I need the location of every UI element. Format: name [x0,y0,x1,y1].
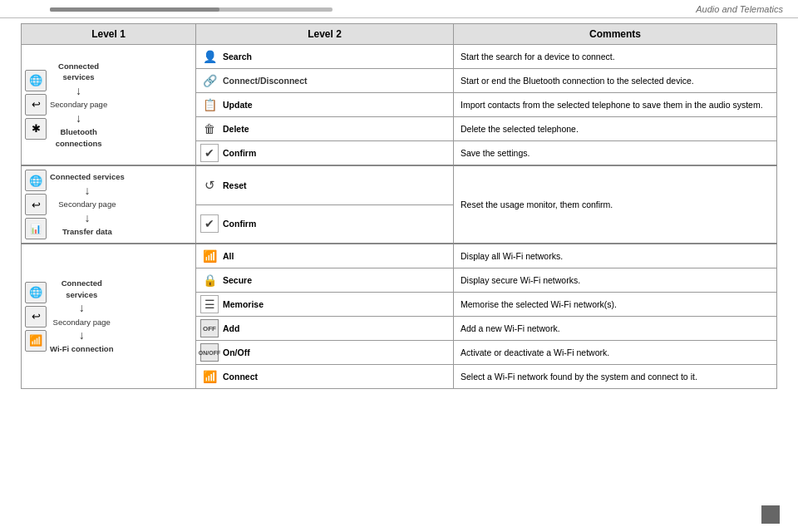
icon-connect-wifi: 📶 [200,367,219,386]
l1-arrow4: ↓ [84,210,90,227]
table-row: 🌐 ↩ ✱ Connected services ↓ Secondary pag… [22,45,777,69]
icon-globe-1: 🌐 [25,70,47,91]
icon-bt-1: ✱ [25,118,47,140]
level2-confirm-monitor: Confirm [223,219,256,229]
main-table: Level 1 Level 2 Comments 🌐 ↩ ✱ [21,23,777,389]
icon-all-wifi: 📶 [200,247,219,265]
l1-services: services [63,71,95,82]
level2-memorise: Memorise [223,299,264,309]
level2-confirm-bt: Confirm [223,148,256,158]
icon-globe-2: 🌐 [25,170,47,191]
comment-add: Add a new Wi-Fi network. [461,323,560,333]
l1-arrow2: ↓ [76,111,81,127]
comment-connect-wifi: Select a Wi-Fi network found by the syst… [461,372,697,382]
icon-reset: ↺ [200,176,219,195]
comment-all: Display all Wi-Fi networks. [461,251,563,261]
level2-update: Update [223,100,253,110]
level2-all: All [223,251,234,261]
l1-arrow3: ↓ [84,183,90,200]
level2-connect-disconnect: Connect/Disconnect [223,76,308,86]
icon-memorise: ☰ [200,295,219,313]
l1-secondary-2: Secondary page [58,199,116,209]
comment-update: Import contacts from the selected teleph… [461,100,763,110]
level2-add: Add [223,323,239,333]
comment-onoff: Activate or deactivate a Wi-Fi network. [461,347,609,357]
icon-connect-bt: 🔗 [200,71,219,90]
col-level1: Level 1 [22,24,196,45]
l1-bluetooth: Bluetooth [60,126,96,137]
icon-back-1: ↩ [25,94,47,116]
l1-connections: connections [56,138,102,149]
l1-arrow1: ↓ [76,83,81,100]
l1-transfer: Transfer data [62,226,112,237]
level2-connect-wifi: Connect [223,372,258,382]
table-row: 🌐 ↩ 📊 Connected services ↓ Secondary pag… [22,165,777,204]
level2-reset: Reset [223,180,247,190]
l1-wifi-connection: Wi-Fi connection [50,343,113,354]
page-title: Audio and Telematics [696,4,783,14]
comment-memorise: Memorise the selected Wi-Fi network(s). [461,299,617,309]
col-level2: Level 2 [196,24,454,45]
level2-search: Search [223,52,252,62]
icon-delete-bt: 🗑 [200,120,219,138]
icon-confirm-bt: ✔ [200,144,219,162]
comment-search: Start the search for a device to connect… [461,52,615,62]
icon-back-3: ↩ [25,306,47,328]
icon-confirm-monitor: ✔ [200,214,219,233]
icon-onoff-wifi: ON/OFF [200,343,219,362]
page-number-box [761,505,780,524]
l1-arrow6: ↓ [79,328,85,344]
level2-secure: Secure [223,275,252,285]
icon-data-2: 📊 [25,218,47,239]
level2-onoff: On/Off [223,347,250,357]
l1-arrow5: ↓ [79,300,85,317]
icon-wifi-3: 📶 [25,330,47,352]
comment-secure: Display secure Wi-Fi networks. [461,275,580,285]
icon-globe-3: 🌐 [25,282,47,303]
l1-connected-2: Connected services [50,171,125,182]
comment-delete: Delete the selected telephone. [461,124,579,134]
table-row: 🌐 ↩ 📶 Connected services ↓ Secondary pag… [22,244,777,268]
icon-search: 👤 [200,47,219,66]
l1-secondary: Secondary page [50,99,107,110]
icon-back-2: ↩ [25,194,47,215]
l1-secondary-3: Secondary page [53,317,111,328]
comment-connect-disconnect: Start or end the Bluetooth connection to… [461,76,694,86]
l1-connected: Connected [58,61,99,71]
comment-reset: Reset the usage monitor, them confirm. [461,200,613,209]
col-comments: Comments [454,24,777,45]
icon-secure-wifi: 🔒 [200,271,219,289]
comment-confirm-bt: Save the settings. [461,148,530,158]
icon-update: 📋 [200,96,219,114]
l1-connected-3: Connected [62,278,102,288]
l1-services-3: services [66,289,97,300]
icon-add-wifi: OFF [200,319,219,337]
level2-delete: Delete [223,124,249,134]
